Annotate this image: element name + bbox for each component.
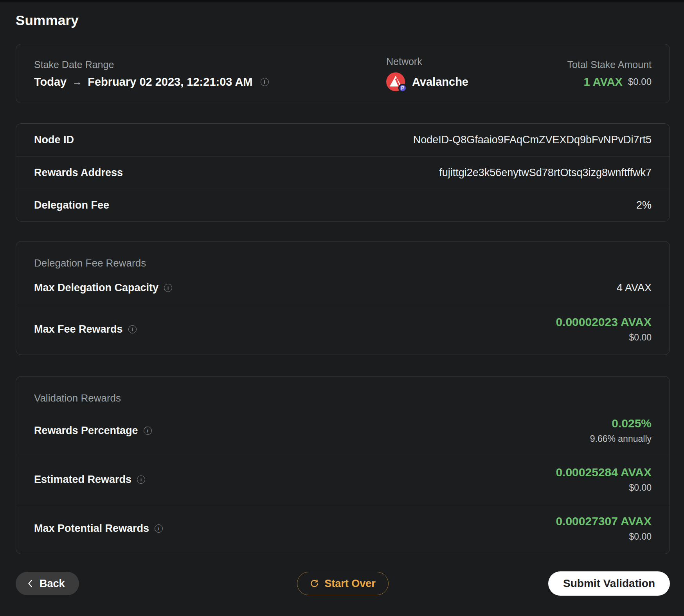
reward-label: Max Potential Rewards i	[34, 522, 163, 535]
network-value: P Avalanche	[386, 72, 567, 91]
chevron-left-icon	[27, 579, 32, 588]
submit-validation-button-label: Submit Validation	[563, 577, 655, 589]
max-potential-rewards-usd: $0.00	[556, 531, 652, 542]
max-fee-rewards-row: Max Fee Rewards i 0.00002023 AVAX $0.00	[16, 306, 670, 355]
rewards-percentage-row: Rewards Percentage i 0.025% 9.66% annual…	[16, 407, 670, 456]
rewards-percentage-annual: 9.66% annually	[590, 434, 652, 444]
max-delegation-capacity-row: Max Delegation Capacity i 4 AVAX	[16, 272, 670, 306]
max-potential-rewards-info-icon[interactable]: i	[155, 524, 163, 533]
max-delegation-capacity-value: 4 AVAX	[617, 282, 652, 294]
stake-date-range-label: Stake Date Range	[34, 59, 386, 70]
reward-label: Max Delegation Capacity i	[34, 282, 172, 294]
max-fee-rewards-label: Max Fee Rewards	[34, 323, 123, 335]
back-button-label: Back	[40, 578, 65, 590]
node-details-card: Node ID NodeID-Q8Gfaaio9FAqCmZVEXDq9bFvN…	[16, 123, 670, 222]
refresh-icon	[310, 579, 319, 588]
arrow-right-icon: →	[72, 76, 82, 88]
total-stake-section: Total Stake Amount 1 AVAX $0.00	[567, 59, 652, 88]
delegation-fee-rewards-card: Delegation Fee Rewards Max Delegation Ca…	[16, 241, 670, 355]
max-potential-rewards-value: 0.00027307 AVAX	[556, 515, 652, 528]
estimated-rewards-label: Estimated Rewards	[34, 474, 131, 486]
table-row-delegation-fee: Delegation Fee 2%	[16, 189, 670, 221]
max-fee-rewards-value-block: 0.00002023 AVAX $0.00	[556, 315, 652, 343]
max-delegation-capacity-label: Max Delegation Capacity	[34, 282, 158, 294]
total-stake-usd: $0.00	[628, 76, 652, 87]
total-stake-value-row: 1 AVAX $0.00	[567, 76, 652, 88]
stake-date-info-icon[interactable]: i	[261, 78, 269, 86]
row-label: Rewards Address	[34, 167, 123, 179]
reward-label: Max Fee Rewards i	[34, 323, 137, 335]
reward-label: Estimated Rewards i	[34, 474, 145, 486]
total-stake-label: Total Stake Amount	[567, 59, 652, 70]
p-chain-badge: P	[398, 84, 407, 92]
submit-validation-button[interactable]: Submit Validation	[548, 571, 670, 596]
page-title: Summary	[16, 13, 670, 28]
start-over-button-label: Start Over	[324, 578, 376, 590]
rewards-percentage-value: 0.025%	[590, 417, 652, 430]
max-fee-rewards-value: 0.00002023 AVAX	[556, 315, 652, 329]
start-over-button[interactable]: Start Over	[297, 572, 389, 595]
max-fee-rewards-usd: $0.00	[556, 332, 652, 343]
max-delegation-capacity-info-icon[interactable]: i	[164, 284, 172, 292]
card-header: Delegation Fee Rewards	[16, 241, 670, 272]
max-potential-rewards-row: Max Potential Rewards i 0.00027307 AVAX …	[16, 505, 670, 554]
table-row-rewards-address: Rewards Address fujittgi2e3k56enytwSd78r…	[16, 156, 670, 189]
estimated-rewards-usd: $0.00	[556, 483, 652, 493]
row-label: Node ID	[34, 134, 74, 146]
back-button[interactable]: Back	[16, 572, 79, 595]
max-potential-rewards-value-block: 0.00027307 AVAX $0.00	[556, 515, 652, 542]
delegation-fee-value: 2%	[636, 199, 652, 211]
top-strip	[0, 0, 684, 2]
total-stake-value: 1 AVAX	[584, 76, 623, 88]
network-name: Avalanche	[412, 76, 468, 88]
table-row-node-id: Node ID NodeID-Q8Gfaaio9FAqCmZVEXDq9bFvN…	[16, 124, 670, 156]
node-id-value: NodeID-Q8Gfaaio9FAqCmZVEXDq9bFvNPvDi7rt5	[413, 134, 652, 146]
network-section: Network P Avalanche	[386, 56, 567, 91]
stake-date-range-value: Today → February 02 2023, 12:21:03 AM i	[34, 76, 386, 88]
reward-label: Rewards Percentage i	[34, 425, 152, 437]
estimated-rewards-value-block: 0.00025284 AVAX $0.00	[556, 466, 652, 493]
max-potential-rewards-label: Max Potential Rewards	[34, 522, 149, 535]
max-fee-rewards-info-icon[interactable]: i	[128, 325, 137, 333]
summary-page: Summary Stake Date Range Today → Februar…	[0, 13, 684, 596]
stake-start: Today	[34, 76, 67, 88]
rewards-percentage-info-icon[interactable]: i	[144, 427, 152, 435]
stake-summary-card: Stake Date Range Today → February 02 202…	[16, 44, 670, 103]
avalanche-icon: P	[386, 72, 405, 91]
stake-date-range-section: Stake Date Range Today → February 02 202…	[34, 59, 386, 88]
footer-actions: Back Start Over Submit Validation	[16, 571, 670, 596]
rewards-address-value: fujittgi2e3k56enytwSd78rtOtsq3izg8wnftff…	[439, 167, 652, 179]
estimated-rewards-value: 0.00025284 AVAX	[556, 466, 652, 479]
rewards-percentage-value-block: 0.025% 9.66% annually	[590, 417, 652, 444]
rewards-percentage-label: Rewards Percentage	[34, 425, 138, 437]
card-header: Validation Rewards	[16, 376, 670, 407]
estimated-rewards-row: Estimated Rewards i 0.00025284 AVAX $0.0…	[16, 456, 670, 505]
row-label: Delegation Fee	[34, 199, 109, 211]
stake-end: February 02 2023, 12:21:03 AM	[88, 76, 252, 88]
validation-rewards-card: Validation Rewards Rewards Percentage i …	[16, 376, 670, 554]
estimated-rewards-info-icon[interactable]: i	[137, 476, 145, 484]
network-label: Network	[386, 56, 567, 67]
